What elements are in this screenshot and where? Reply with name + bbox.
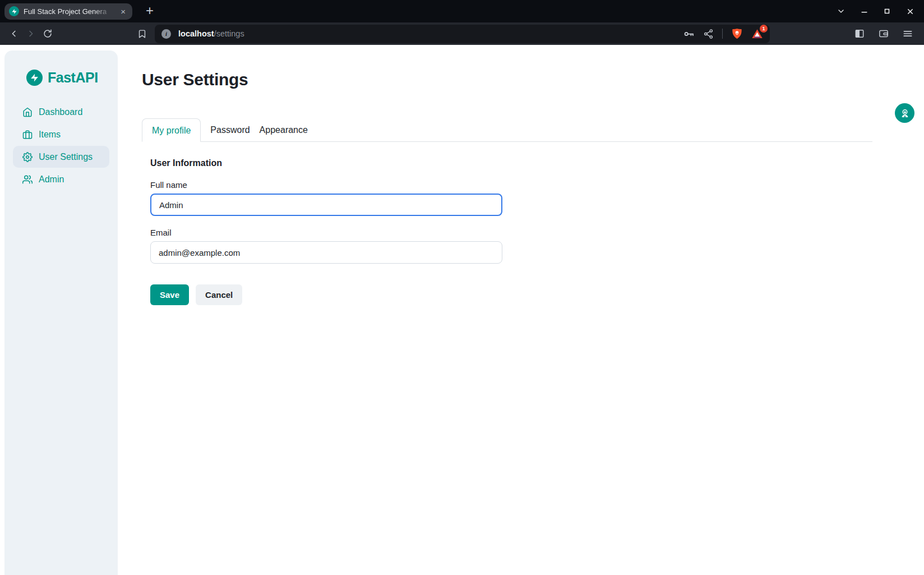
tab-password[interactable]: Password [210, 118, 250, 141]
sidebar-item-dashboard[interactable]: Dashboard [13, 101, 109, 123]
reload-icon[interactable] [39, 25, 56, 42]
brave-rewards-icon[interactable]: 1 [751, 28, 763, 40]
logo-text: FastAPI [48, 70, 98, 86]
url-text: localhost/settings [178, 29, 244, 38]
users-icon [22, 174, 33, 185]
tab-my-profile[interactable]: My profile [142, 118, 201, 142]
menu-icon[interactable] [899, 25, 916, 42]
tab-appearance[interactable]: Appearance [260, 118, 308, 141]
full-name-label: Full name [150, 180, 494, 190]
sidebar-item-items[interactable]: Items [13, 123, 109, 145]
sidebar: FastAPI Dashboard Items User Settings [4, 50, 118, 575]
divider [722, 29, 723, 39]
tab-close-icon[interactable]: × [118, 6, 128, 17]
url-path: /settings [214, 29, 244, 38]
astronaut-icon [899, 108, 911, 119]
window-controls [834, 4, 924, 19]
url-bar[interactable]: i localhost/settings 1 [155, 25, 770, 43]
sidebar-item-user-settings[interactable]: User Settings [13, 146, 109, 168]
settings-tabs: My profile Password Appearance [142, 118, 872, 142]
url-host: localhost [178, 29, 214, 38]
page-title: User Settings [142, 45, 924, 89]
bookmark-icon[interactable] [133, 25, 150, 42]
new-tab-icon[interactable]: + [142, 4, 157, 19]
share-icon[interactable] [703, 29, 714, 39]
tab-title: Full Stack Project Genera [24, 7, 114, 16]
section-title: User Information [150, 158, 494, 168]
maximize-icon[interactable] [880, 4, 894, 19]
tab-search-chevron-icon[interactable] [834, 4, 848, 19]
sidebar-item-admin[interactable]: Admin [13, 168, 109, 190]
user-menu-button[interactable] [895, 103, 914, 123]
navbar-right-actions [851, 25, 918, 42]
form-actions: Save Cancel [150, 284, 494, 305]
sidebar-item-label: Admin [39, 174, 64, 185]
save-button[interactable]: Save [150, 284, 189, 305]
cancel-button[interactable]: Cancel [196, 284, 242, 305]
page-content: FastAPI Dashboard Items User Settings [0, 45, 924, 575]
forward-icon[interactable] [22, 25, 39, 42]
close-window-icon[interactable] [903, 4, 917, 19]
email-label: Email [150, 228, 494, 237]
briefcase-icon [22, 130, 33, 140]
fastapi-favicon-icon [9, 6, 19, 16]
urlbar-actions: 1 [683, 27, 763, 40]
full-name-input[interactable] [150, 194, 502, 216]
fastapi-logo: FastAPI [4, 70, 118, 86]
user-information-form: User Information Full name Email Save Ca… [142, 158, 494, 305]
home-icon [22, 107, 33, 117]
browser-titlebar: Full Stack Project Genera × + [0, 0, 924, 22]
sidebar-toggle-icon[interactable] [851, 25, 868, 42]
minimize-icon[interactable] [857, 4, 871, 19]
browser-tab[interactable]: Full Stack Project Genera × [4, 3, 132, 20]
sidebar-item-label: Items [39, 130, 61, 140]
back-icon[interactable] [6, 25, 22, 42]
gear-icon [22, 152, 33, 162]
sidebar-item-label: Dashboard [39, 107, 82, 117]
brave-shield-icon[interactable] [731, 27, 743, 40]
key-icon[interactable] [683, 28, 695, 40]
wallet-icon[interactable] [875, 25, 892, 42]
rewards-badge: 1 [760, 25, 768, 33]
fastapi-bolt-icon [26, 70, 43, 86]
sidebar-item-label: User Settings [39, 152, 93, 162]
browser-navbar: i localhost/settings 1 [0, 22, 924, 45]
main-area: User Settings My profile Password Appear… [118, 45, 924, 305]
site-info-icon[interactable]: i [161, 29, 171, 39]
sidebar-nav: Dashboard Items User Settings Admin [4, 101, 118, 190]
email-input[interactable] [150, 241, 502, 264]
